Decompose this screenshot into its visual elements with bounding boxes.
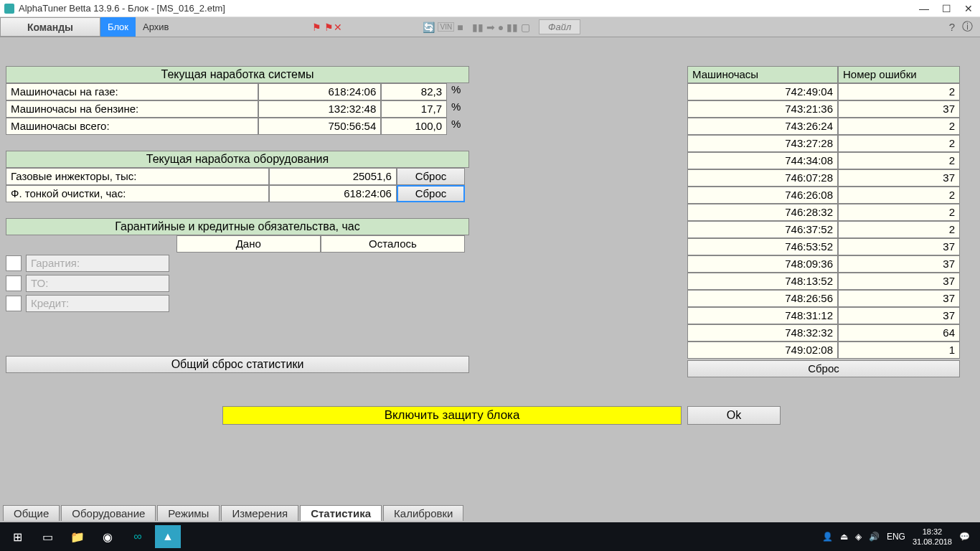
error-code: 2 (838, 221, 960, 238)
erow-label: Газовые инжекторы, тыс: (6, 168, 269, 185)
start-icon[interactable]: ⊞ (4, 525, 30, 548)
to-checkbox[interactable] (6, 276, 22, 291)
tab-general[interactable]: Общие (3, 505, 60, 521)
minimize-icon[interactable]: — (919, 3, 929, 14)
error-row: 748:09:3637 (687, 255, 967, 273)
row-time: 132:32:48 (258, 100, 381, 118)
sys-header: Текущая наработка системы (6, 66, 469, 83)
network-icon[interactable]: ◈ (855, 532, 862, 542)
error-code: 37 (838, 307, 960, 324)
close-icon[interactable]: ✕ (964, 3, 973, 14)
error-row: 744:34:082 (687, 152, 967, 169)
vin-icon[interactable]: VIN (438, 22, 454, 32)
error-row: 748:13:5237 (687, 273, 967, 290)
row-time: 618:24:06 (258, 83, 381, 100)
error-time: 746:26:08 (687, 187, 838, 204)
notifications-icon[interactable]: 💬 (959, 532, 970, 542)
warranty-checkbox[interactable] (6, 255, 22, 271)
arduino-icon[interactable]: ∞ (125, 525, 151, 548)
toolbar: ⚑ ⚑✕ 🔄 VIN ■ ▮▮ ➡ ● ▮▮ ▢ Файл (176, 17, 948, 37)
window-title: AlphaTuner Betta 13.9.6 - Блок - [MS_016… (19, 3, 919, 14)
error-row: 742:49:042 (687, 83, 967, 100)
errors-h1: Машиночасы (687, 66, 838, 83)
clock-time: 18:32 (913, 527, 952, 537)
error-time: 748:31:12 (687, 307, 838, 324)
enable-protection-banner[interactable]: Включить защиту блока (222, 406, 682, 425)
tab-modes[interactable]: Режимы (157, 505, 220, 521)
error-code: 2 (838, 118, 960, 135)
error-code: 2 (838, 83, 960, 100)
tab-calibrations[interactable]: Калибровки (383, 505, 463, 521)
right-panel: Машиночасы Номер ошибки 742:49:042743:21… (687, 66, 967, 377)
reset-errors-button[interactable]: Сброс (687, 360, 960, 377)
reset-injectors-button[interactable]: Сброс (397, 168, 465, 185)
warranty-label: Гарантия: (26, 255, 169, 272)
refresh-icon[interactable]: 🔄 (423, 22, 435, 33)
info-icon[interactable]: ⓘ (962, 20, 973, 34)
flag-delete-icon[interactable]: ⚑✕ (324, 22, 342, 33)
help-icon[interactable]: ? (949, 21, 955, 33)
equip-header: Текущая наработка оборудования (6, 151, 469, 168)
error-time: 748:09:36 (687, 255, 838, 273)
error-row: 749:02:081 (687, 342, 967, 359)
people-icon[interactable]: 👤 (822, 532, 833, 542)
pause-icon[interactable]: ▮▮ (507, 22, 518, 33)
app-icon (4, 4, 14, 14)
maximize-icon[interactable]: ☐ (942, 3, 951, 14)
error-row: 746:26:082 (687, 187, 967, 204)
ok-button[interactable]: Ok (687, 406, 781, 425)
error-code: 2 (838, 204, 960, 221)
tray-icon[interactable]: ⏏ (840, 532, 848, 542)
alphatuner-icon[interactable]: ▲ (155, 525, 181, 548)
tab-equipment[interactable]: Оборудование (61, 505, 156, 521)
tab-measurements[interactable]: Измерения (221, 505, 298, 521)
taskview-icon[interactable]: ▭ (34, 525, 60, 548)
error-row: 746:28:322 (687, 204, 967, 221)
error-code: 37 (838, 100, 960, 118)
file-button[interactable]: Файл (539, 19, 580, 34)
error-time: 743:21:36 (687, 100, 838, 118)
flag-red-icon[interactable]: ⚑ (312, 22, 321, 33)
erow-val: 25051,6 (269, 168, 397, 185)
bottom-tabs: Общие Оборудование Режимы Измерения Стат… (3, 505, 463, 521)
tab-block[interactable]: Блок (100, 17, 136, 37)
tab-statistics[interactable]: Статистика (300, 505, 382, 521)
row-label: Машиночасы всего: (6, 118, 258, 135)
left-panel: Текущая наработка системы Машиночасы на … (6, 66, 465, 373)
error-code: 37 (838, 290, 960, 307)
square-icon[interactable]: ▢ (521, 22, 530, 33)
error-time: 743:26:24 (687, 118, 838, 135)
volume-icon[interactable]: 🔊 (869, 532, 880, 542)
menubar: Команды Блок Архив ⚑ ⚑✕ 🔄 VIN ■ ▮▮ ➡ ● ▮… (0, 17, 980, 37)
row-pct: 100,0 (381, 118, 447, 135)
error-code: 2 (838, 187, 960, 204)
error-row: 746:37:522 (687, 221, 967, 238)
error-row: 746:53:5237 (687, 238, 967, 255)
bars-icon[interactable]: ▮▮ (472, 22, 484, 33)
stop-icon[interactable]: ■ (457, 22, 463, 33)
row-label: Машиночасы на бензине: (6, 100, 258, 118)
arrow-icon[interactable]: ➡ (486, 22, 495, 33)
reset-all-button[interactable]: Общий сброс статистики (6, 356, 469, 373)
error-row: 748:31:1237 (687, 307, 967, 324)
record-icon[interactable]: ● (498, 22, 504, 33)
tab-archive[interactable]: Архив (136, 17, 176, 37)
chrome-icon[interactable]: ◉ (95, 525, 121, 548)
col-given: Дано (176, 235, 321, 253)
error-row: 743:27:282 (687, 135, 967, 152)
unit: % (447, 118, 465, 135)
credit-checkbox[interactable] (6, 296, 22, 311)
reset-filter-button[interactable]: Сброс (397, 185, 465, 202)
taskbar: ⊞ ▭ 📁 ◉ ∞ ▲ 👤 ⏏ ◈ 🔊 ENG 18:32 31.08.2018… (0, 522, 980, 551)
clock[interactable]: 18:32 31.08.2018 (913, 527, 952, 547)
clock-date: 31.08.2018 (913, 537, 952, 547)
error-time: 748:26:56 (687, 290, 838, 307)
error-time: 746:53:52 (687, 238, 838, 255)
lang-indicator[interactable]: ENG (887, 532, 905, 542)
error-row: 748:32:3264 (687, 324, 967, 342)
error-time: 746:37:52 (687, 221, 838, 238)
explorer-icon[interactable]: 📁 (65, 525, 90, 548)
error-row: 743:21:3637 (687, 100, 967, 118)
commands-button[interactable]: Команды (0, 17, 100, 37)
error-row: 746:07:2837 (687, 169, 967, 187)
